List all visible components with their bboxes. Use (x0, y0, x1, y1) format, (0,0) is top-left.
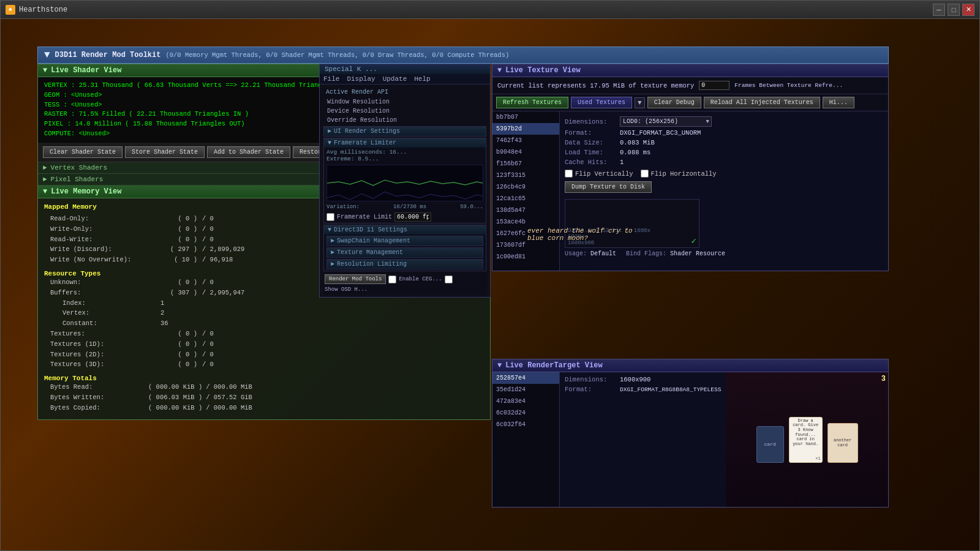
res-row-constant: Constant: 36 (44, 318, 484, 329)
memory-totals-title-row: Memory Totals (44, 375, 484, 382)
rt-title: Live RenderTarget View (505, 361, 602, 370)
texture-list-item-6[interactable]: 126cb4c9 (492, 181, 559, 193)
res-row-tex2d: Textures (2D): ( 0 ) / 0 (44, 350, 484, 360)
resolution-limiting-header[interactable]: ► Resolution Limiting (327, 260, 483, 269)
menu-update[interactable]: Update (379, 74, 411, 84)
total-row-1: Bytes Written: ( 006.03 MiB ) / 057.52 G… (44, 392, 484, 403)
texture-list-item-3[interactable]: b9048e4 (492, 146, 559, 158)
rt-format-value: DXGI_FORMAT_R8G8B8A8_TYPELESS (620, 386, 721, 393)
close-button[interactable]: ✕ (962, 4, 974, 16)
store-shader-state-button[interactable]: Store Shader State (125, 146, 205, 158)
dump-texture-button[interactable]: Dump Texture to Disk (565, 181, 652, 193)
res-row-vertex: Vertex: 2 (44, 308, 484, 318)
overlay-line-2: blue corn moon? (527, 234, 633, 242)
extreme-row: Extreme: 8.5... (326, 156, 483, 162)
total-row-2: Bytes Copied: ( 000.00 KiB ) / 000.00 Mi… (44, 403, 484, 413)
flip-horizontally-label[interactable]: Flip Horizontally (641, 170, 717, 178)
texture-list-item-8[interactable]: 138d5a47 (492, 204, 559, 216)
direct3d-settings-header[interactable]: ▼ Direct3D 11 Settings (324, 225, 486, 234)
texture-mgmt-header[interactable]: ► Texture Management (327, 248, 483, 257)
middle-menu-bar: File Display Update Help (320, 74, 490, 84)
active-render-api-item[interactable]: Active Render API (323, 87, 486, 97)
memory-totals-title: Memory Totals (44, 375, 97, 382)
total-row-0: Bytes Read: ( 000.00 KiB ) / 000.00 MiB (44, 382, 484, 392)
swapchain-section: ► SwapChain Management (326, 236, 483, 246)
refresh-textures-button[interactable]: Refresh Textures (496, 97, 568, 108)
device-resolution-item[interactable]: Device Resolution (323, 107, 486, 116)
res-row-textures: Textures: ( 0 ) / 0 (44, 329, 484, 339)
texture-list-item-4[interactable]: f156b67 (492, 158, 559, 170)
dimensions-select[interactable]: LOD0: (256x256) (620, 116, 712, 127)
used-textures-dropdown-arrow[interactable]: ▼ (635, 97, 645, 108)
title-bar: ♠ Hearthstone ─ □ ✕ (1, 1, 979, 19)
rt-preview-image: card Draw a card. Give 3 Know found... c… (726, 372, 888, 507)
flip-vertically-label[interactable]: Flip Vertically (565, 170, 633, 178)
texture-list-item-9[interactable]: 153ace4b (492, 216, 559, 228)
usage-label: Usage: (565, 250, 587, 257)
avg-ms-value: 16... (390, 149, 407, 156)
framerate-stats: Avg milliseconds: 16... Extreme: 8.5... (324, 148, 486, 163)
format-value: DXGI_FORMAT_BC3_UNORM (620, 129, 701, 137)
memory-view-arrow[interactable]: ▼ (43, 187, 47, 196)
maximize-button[interactable]: □ (948, 4, 960, 16)
format-label: Format: (565, 129, 620, 137)
texture-list-item-2[interactable]: 7462f43 (492, 135, 559, 146)
shader-view-arrow[interactable]: ▼ (43, 66, 47, 75)
extreme-label: Extreme: (326, 156, 355, 162)
menu-file[interactable]: File (320, 74, 343, 84)
texture-list-item-7[interactable]: 12ca1c65 (492, 193, 559, 204)
framerate-limiter-section: ▼ Framerate Limiter Avg milliseconds: 16… (323, 138, 486, 223)
texture-list-item-1[interactable]: 5397b2d (492, 123, 559, 135)
texture-list-item-0[interactable]: bb7b07 (492, 111, 559, 123)
rt-item-4[interactable]: 6c032f64 (492, 419, 559, 430)
texture-view-arrow[interactable]: ▼ (497, 66, 502, 75)
reload-injected-button[interactable]: Reload All Injected Textures (704, 97, 820, 108)
main-panel: ▼ D3D11 Render Mod Toolkit (0/0 Memory M… (37, 47, 889, 64)
texture-list-item-12[interactable]: 1c00ed81 (492, 251, 559, 263)
rt-item-1[interactable]: 35ed1d24 (492, 384, 559, 395)
hi-button[interactable]: Hi... (823, 97, 854, 108)
clear-shader-state-button[interactable]: Clear Shader State (43, 146, 123, 158)
memory-view-title: Live Memory View (51, 187, 121, 196)
enable-ceg-checkbox[interactable] (388, 276, 396, 283)
texture-list-item-5[interactable]: 123f3315 (492, 170, 559, 181)
menu-help[interactable]: Help (410, 74, 434, 84)
bind-flags-label: Bind Flags: (626, 250, 666, 257)
rt-item-0[interactable]: 252857e4 (492, 372, 559, 384)
avg-ms-row: Avg milliseconds: 16... (326, 149, 483, 156)
flip-vertically-text: Flip Vertically (575, 170, 633, 178)
fps-value-input[interactable] (394, 212, 431, 222)
usage-item: Usage: Default (565, 250, 616, 257)
flip-options-row: Flip Vertically Flip Horizontally (565, 170, 883, 178)
ui-render-settings-section: ► UI Render Settings (323, 126, 486, 137)
frames-between-input[interactable] (699, 81, 729, 90)
swapchain-arrow: ► (331, 238, 334, 244)
rt-arrow[interactable]: ▼ (497, 361, 502, 370)
ui-render-settings-header[interactable]: ► UI Render Settings (324, 127, 486, 136)
used-textures-button[interactable]: Used Textures (571, 97, 632, 108)
add-to-shader-state-button[interactable]: Add to Shader State (207, 146, 290, 158)
menu-display[interactable]: Display (343, 74, 379, 84)
window-resolution-item[interactable]: Window Resolution (323, 97, 486, 107)
rt-item-2[interactable]: 472a83e4 (492, 395, 559, 407)
special-k-title: Special K ... (325, 66, 377, 73)
resolution-limiting-section: ► Resolution Limiting (326, 259, 483, 269)
flip-vertically-checkbox[interactable] (565, 170, 573, 178)
show-osd-checkbox[interactable] (445, 276, 453, 283)
framerate-limit-checkbox[interactable] (326, 213, 334, 221)
framerate-limiter-header[interactable]: ▼ Framerate Limiter (324, 138, 486, 148)
flip-horizontally-checkbox[interactable] (641, 170, 649, 178)
special-k-panel: Special K ... File Display Update Help A… (319, 64, 491, 298)
render-mod-tools-button[interactable]: Render Mod Tools (325, 274, 386, 284)
title-bar-left: ♠ Hearthstone (6, 5, 67, 15)
variation-row: Variation: 16/2730 ms 59.0... (324, 203, 486, 211)
toolkit-arrow: ▼ (44, 50, 50, 61)
window-title: Hearthstone (19, 6, 67, 14)
clear-debug-button[interactable]: Clear Debug (647, 97, 701, 108)
rt-item-3[interactable]: 6c032d24 (492, 407, 559, 419)
dimensions-label: Dimensions: (565, 118, 620, 126)
override-resolution-item[interactable]: Override Resolution (323, 116, 486, 125)
swapchain-header[interactable]: ► SwapChain Management (327, 236, 483, 246)
minimize-button[interactable]: ─ (933, 4, 945, 16)
texture-memory-text: Current list represents 17.95 MiB of tex… (497, 82, 694, 89)
